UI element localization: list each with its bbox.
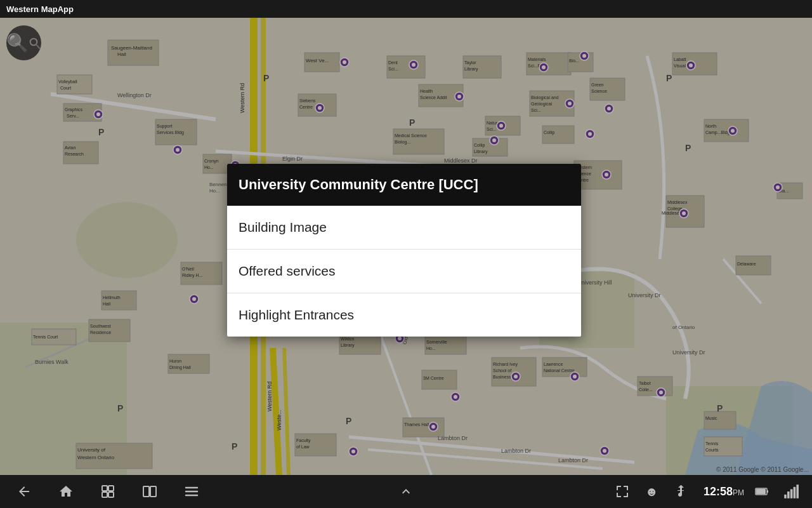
- menu-button[interactable]: [180, 480, 203, 503]
- nav-center-group: [395, 480, 417, 503]
- dialog: University Community Centre [UCC] Buildi…: [227, 164, 581, 337]
- svg-rect-232: [767, 490, 768, 493]
- highlight-entrances-option[interactable]: Highlight Entrances: [227, 293, 581, 337]
- svg-rect-221: [102, 486, 107, 491]
- battery-icon: [750, 480, 773, 503]
- svg-rect-235: [787, 491, 790, 498]
- usb-icon: [669, 480, 692, 503]
- svg-rect-233: [756, 489, 766, 494]
- svg-rect-238: [796, 485, 799, 498]
- svg-rect-236: [790, 489, 793, 498]
- recent-apps-button[interactable]: [96, 480, 119, 503]
- nav-left-group: [0, 480, 611, 503]
- app-title: Western MapApp: [6, 4, 74, 14]
- svg-rect-224: [108, 492, 114, 497]
- up-button[interactable]: [395, 480, 417, 503]
- split-screen-button[interactable]: [138, 480, 161, 503]
- expand-button[interactable]: [611, 480, 634, 503]
- svg-rect-234: [784, 495, 787, 498]
- svg-rect-226: [150, 486, 156, 497]
- time-display: 12:58PM: [704, 485, 744, 498]
- back-button[interactable]: [13, 480, 36, 503]
- android-icon: ☻: [640, 480, 663, 503]
- title-bar: Western MapApp: [0, 0, 812, 18]
- signal-icon: [780, 480, 802, 503]
- dialog-title: University Community Centre [UCC]: [227, 164, 581, 206]
- svg-rect-225: [143, 486, 149, 497]
- building-image-option[interactable]: Building Image: [227, 206, 581, 250]
- offered-services-option[interactable]: Offered services: [227, 250, 581, 293]
- svg-rect-223: [102, 492, 107, 497]
- nav-right-group: ☻ 12:58PM: [611, 480, 812, 503]
- home-button[interactable]: [55, 480, 77, 503]
- svg-rect-230: [678, 490, 684, 491]
- svg-rect-237: [794, 487, 796, 498]
- svg-rect-222: [108, 486, 114, 491]
- nav-bar: ☻ 12:58PM: [0, 475, 812, 508]
